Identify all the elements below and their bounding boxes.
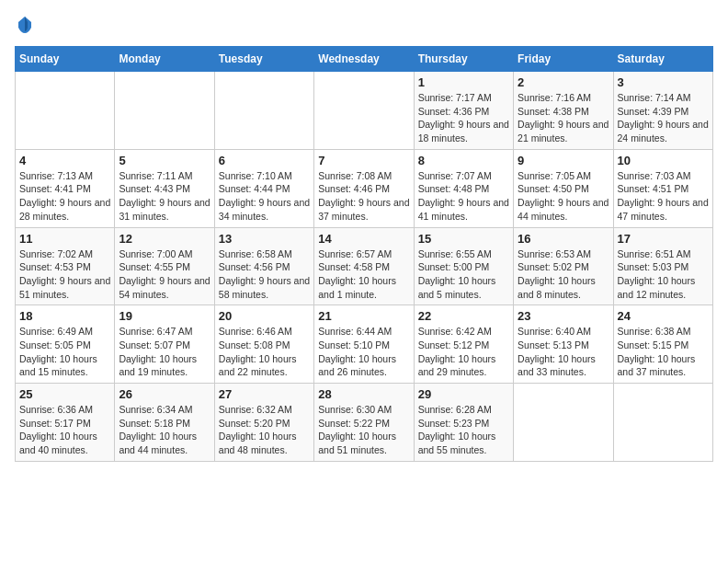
weekday-header-row: SundayMondayTuesdayWednesdayThursdayFrid…: [16, 47, 713, 72]
calendar-cell: [214, 72, 313, 150]
calendar-cell: 9Sunrise: 7:05 AMSunset: 4:50 PMDaylight…: [514, 149, 613, 227]
calendar-cell: 15Sunrise: 6:55 AMSunset: 5:00 PMDayligh…: [414, 227, 513, 305]
day-info: Sunrise: 6:46 AMSunset: 5:08 PMDaylight:…: [219, 325, 310, 379]
calendar-cell: 7Sunrise: 7:08 AMSunset: 4:46 PMDaylight…: [314, 149, 414, 227]
day-number: 21: [318, 309, 409, 323]
day-info: Sunrise: 6:40 AMSunset: 5:13 PMDaylight:…: [518, 325, 609, 379]
day-info: Sunrise: 7:00 AMSunset: 4:55 PMDaylight:…: [119, 247, 210, 302]
day-info: Sunrise: 6:55 AMSunset: 5:00 PMDaylight:…: [418, 247, 509, 302]
calendar-cell: [314, 72, 414, 150]
calendar-cell: 12Sunrise: 7:00 AMSunset: 4:55 PMDayligh…: [115, 227, 214, 305]
calendar-cell: 22Sunrise: 6:42 AMSunset: 5:12 PMDayligh…: [414, 305, 513, 384]
calendar-cell: 23Sunrise: 6:40 AMSunset: 5:13 PMDayligh…: [514, 305, 613, 384]
day-info: Sunrise: 6:36 AMSunset: 5:17 PMDaylight:…: [19, 403, 110, 457]
day-number: 20: [219, 309, 310, 323]
day-number: 2: [518, 75, 609, 89]
weekday-header-thursday: Thursday: [414, 47, 513, 72]
calendar-cell: 25Sunrise: 6:36 AMSunset: 5:17 PMDayligh…: [16, 384, 115, 462]
day-info: Sunrise: 7:02 AMSunset: 4:53 PMDaylight:…: [19, 247, 110, 302]
calendar-cell: 29Sunrise: 6:28 AMSunset: 5:23 PMDayligh…: [414, 384, 513, 462]
calendar-cell: 16Sunrise: 6:53 AMSunset: 5:02 PMDayligh…: [514, 227, 613, 305]
day-info: Sunrise: 6:42 AMSunset: 5:12 PMDaylight:…: [418, 325, 509, 379]
weekday-header-friday: Friday: [514, 47, 613, 72]
calendar-cell: 21Sunrise: 6:44 AMSunset: 5:10 PMDayligh…: [314, 305, 414, 384]
day-number: 18: [19, 309, 110, 323]
day-info: Sunrise: 6:28 AMSunset: 5:23 PMDaylight:…: [418, 403, 509, 457]
day-info: Sunrise: 7:08 AMSunset: 4:46 PMDaylight:…: [318, 169, 409, 224]
day-number: 10: [618, 154, 709, 167]
day-info: Sunrise: 7:07 AMSunset: 4:48 PMDaylight:…: [418, 169, 509, 224]
day-number: 9: [518, 154, 609, 167]
calendar-cell: [16, 72, 115, 150]
day-info: Sunrise: 7:10 AMSunset: 4:44 PMDaylight:…: [219, 169, 310, 224]
calendar-cell: [613, 384, 712, 462]
day-number: 29: [418, 387, 509, 401]
calendar-cell: 2Sunrise: 7:16 AMSunset: 4:38 PMDaylight…: [514, 72, 613, 150]
day-number: 22: [418, 309, 509, 323]
day-info: Sunrise: 7:05 AMSunset: 4:50 PMDaylight:…: [518, 169, 609, 224]
day-info: Sunrise: 6:34 AMSunset: 5:18 PMDaylight:…: [119, 403, 210, 457]
calendar-week-row: 1Sunrise: 7:17 AMSunset: 4:36 PMDaylight…: [16, 72, 713, 150]
calendar-week-row: 18Sunrise: 6:49 AMSunset: 5:05 PMDayligh…: [16, 305, 713, 384]
calendar-cell: 6Sunrise: 7:10 AMSunset: 4:44 PMDaylight…: [214, 149, 313, 227]
day-number: 4: [19, 154, 110, 167]
calendar-cell: 13Sunrise: 6:58 AMSunset: 4:56 PMDayligh…: [214, 227, 313, 305]
weekday-header-tuesday: Tuesday: [214, 47, 313, 72]
calendar-cell: [514, 384, 613, 462]
day-number: 8: [418, 154, 509, 167]
weekday-header-wednesday: Wednesday: [314, 47, 414, 72]
calendar-cell: 5Sunrise: 7:11 AMSunset: 4:43 PMDaylight…: [115, 149, 214, 227]
calendar-cell: 4Sunrise: 7:13 AMSunset: 4:41 PMDaylight…: [16, 149, 115, 227]
day-number: 19: [119, 309, 210, 323]
calendar-cell: 26Sunrise: 6:34 AMSunset: 5:18 PMDayligh…: [115, 384, 214, 462]
day-number: 3: [618, 75, 709, 89]
day-info: Sunrise: 6:47 AMSunset: 5:07 PMDaylight:…: [119, 325, 210, 379]
calendar-week-row: 11Sunrise: 7:02 AMSunset: 4:53 PMDayligh…: [16, 227, 713, 305]
logo: [15, 15, 35, 35]
weekday-header-monday: Monday: [115, 47, 214, 72]
day-info: Sunrise: 7:17 AMSunset: 4:36 PMDaylight:…: [418, 91, 509, 145]
calendar-cell: 18Sunrise: 6:49 AMSunset: 5:05 PMDayligh…: [16, 305, 115, 384]
day-info: Sunrise: 6:30 AMSunset: 5:22 PMDaylight:…: [318, 403, 409, 457]
calendar-cell: 28Sunrise: 6:30 AMSunset: 5:22 PMDayligh…: [314, 384, 414, 462]
day-number: 23: [518, 309, 609, 323]
day-number: 24: [618, 309, 709, 323]
calendar-cell: 20Sunrise: 6:46 AMSunset: 5:08 PMDayligh…: [214, 305, 313, 384]
day-number: 7: [318, 154, 409, 167]
day-info: Sunrise: 7:11 AMSunset: 4:43 PMDaylight:…: [119, 169, 210, 224]
calendar-cell: 27Sunrise: 6:32 AMSunset: 5:20 PMDayligh…: [214, 384, 313, 462]
day-number: 1: [418, 75, 509, 89]
calendar-table: SundayMondayTuesdayWednesdayThursdayFrid…: [15, 46, 713, 462]
day-number: 15: [418, 232, 509, 246]
calendar-cell: 10Sunrise: 7:03 AMSunset: 4:51 PMDayligh…: [613, 149, 712, 227]
day-info: Sunrise: 7:14 AMSunset: 4:39 PMDaylight:…: [618, 91, 709, 145]
day-number: 13: [219, 232, 310, 246]
day-info: Sunrise: 6:38 AMSunset: 5:15 PMDaylight:…: [618, 325, 709, 379]
day-info: Sunrise: 7:13 AMSunset: 4:41 PMDaylight:…: [19, 169, 110, 224]
day-info: Sunrise: 6:53 AMSunset: 5:02 PMDaylight:…: [518, 247, 609, 302]
day-number: 27: [219, 387, 310, 401]
day-number: 11: [19, 232, 110, 246]
day-info: Sunrise: 6:58 AMSunset: 4:56 PMDaylight:…: [219, 247, 310, 302]
day-info: Sunrise: 6:57 AMSunset: 4:58 PMDaylight:…: [318, 247, 409, 302]
calendar-week-row: 25Sunrise: 6:36 AMSunset: 5:17 PMDayligh…: [16, 384, 713, 462]
day-number: 26: [119, 387, 210, 401]
day-number: 5: [119, 154, 210, 167]
calendar-cell: 14Sunrise: 6:57 AMSunset: 4:58 PMDayligh…: [314, 227, 414, 305]
day-number: 12: [119, 232, 210, 246]
calendar-cell: 3Sunrise: 7:14 AMSunset: 4:39 PMDaylight…: [613, 72, 712, 150]
page-header: [15, 15, 713, 35]
day-number: 14: [318, 232, 409, 246]
day-info: Sunrise: 7:03 AMSunset: 4:51 PMDaylight:…: [618, 169, 709, 224]
day-number: 6: [219, 154, 310, 167]
day-info: Sunrise: 7:16 AMSunset: 4:38 PMDaylight:…: [518, 91, 609, 145]
calendar-cell: 11Sunrise: 7:02 AMSunset: 4:53 PMDayligh…: [16, 227, 115, 305]
day-number: 25: [19, 387, 110, 401]
calendar-cell: [115, 72, 214, 150]
calendar-week-row: 4Sunrise: 7:13 AMSunset: 4:41 PMDaylight…: [16, 149, 713, 227]
calendar-cell: 8Sunrise: 7:07 AMSunset: 4:48 PMDaylight…: [414, 149, 513, 227]
weekday-header-saturday: Saturday: [613, 47, 712, 72]
day-number: 28: [318, 387, 409, 401]
weekday-header-sunday: Sunday: [16, 47, 115, 72]
day-number: 17: [618, 232, 709, 246]
